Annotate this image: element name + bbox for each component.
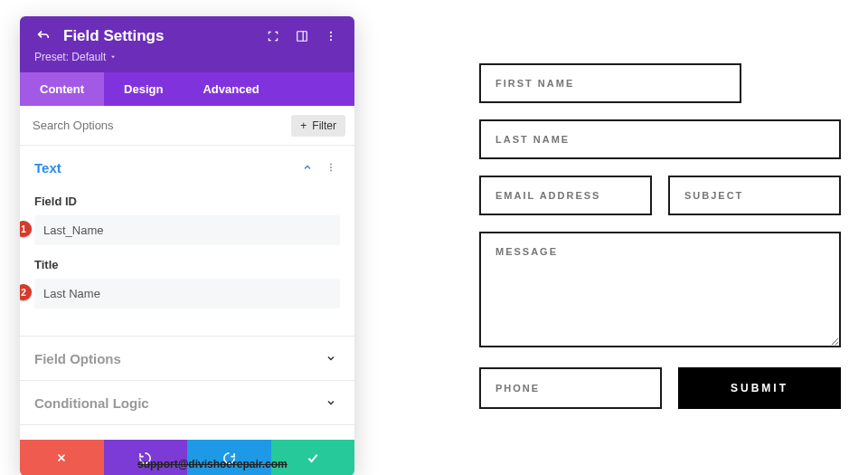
field-settings-panel: Field Settings Preset: Default Content D… (20, 16, 354, 475)
section-text-body: Field ID 1 Title 2 (20, 195, 354, 336)
cancel-button[interactable] (20, 440, 104, 475)
badge-2: 2 (20, 284, 32, 300)
chevron-down-icon (322, 394, 340, 412)
section-conditional-logic-title: Conditional Logic (34, 395, 322, 411)
email-field[interactable] (479, 176, 652, 215)
panel-title: Field Settings (63, 27, 253, 45)
svg-point-4 (330, 39, 332, 41)
phone-field[interactable] (479, 367, 662, 409)
phone-submit-row: SUBMIT (479, 367, 841, 409)
section-field-options-title: Field Options (34, 351, 322, 366)
section-more-icon[interactable] (322, 158, 340, 176)
last-name-field[interactable] (479, 119, 841, 159)
field-id-label: Field ID (34, 195, 340, 208)
filter-button[interactable]: + Filter (291, 115, 345, 137)
panel-header: Field Settings Preset: Default (20, 16, 354, 72)
tab-advanced[interactable]: Advanced (183, 72, 278, 106)
search-input[interactable] (29, 113, 291, 138)
section-field-options: Field Options (20, 337, 354, 381)
form-preview: SUBMIT (479, 63, 841, 409)
chevron-up-icon (298, 158, 316, 176)
svg-point-7 (330, 170, 332, 172)
section-field-options-header[interactable]: Field Options (20, 337, 354, 380)
field-id-input[interactable] (34, 215, 340, 245)
section-conditional-logic-header[interactable]: Conditional Logic (20, 381, 354, 424)
first-name-field[interactable] (479, 63, 741, 103)
email-subject-row (479, 176, 841, 232)
svg-point-3 (330, 35, 332, 37)
tabs: Content Design Advanced (20, 72, 354, 106)
submit-button[interactable]: SUBMIT (678, 367, 841, 409)
filter-label: Filter (312, 119, 336, 132)
check-icon (306, 451, 320, 465)
section-text-header[interactable]: Text (20, 146, 354, 189)
svg-point-2 (330, 32, 332, 33)
plus-icon: + (300, 119, 307, 132)
close-icon (55, 451, 68, 464)
svg-rect-0 (297, 32, 307, 42)
support-text: support@divishoerepair.com (137, 458, 288, 470)
chevron-down-icon (322, 349, 340, 367)
svg-point-5 (330, 164, 332, 166)
panel-layout-icon[interactable] (293, 27, 311, 45)
panel-header-top: Field Settings (34, 27, 340, 45)
preset-selector[interactable]: Preset: Default (34, 51, 340, 63)
section-text: Text Field ID 1 Title 2 (20, 146, 354, 337)
section-conditional-logic: Conditional Logic (20, 381, 354, 425)
section-text-title: Text (34, 160, 298, 176)
search-row: + Filter (20, 106, 354, 146)
title-input[interactable] (34, 279, 340, 309)
badge-1: 1 (20, 221, 32, 237)
tab-content[interactable]: Content (20, 72, 104, 106)
message-field[interactable] (479, 232, 841, 347)
more-icon[interactable] (322, 27, 340, 45)
caret-down-icon (109, 53, 117, 61)
field-id-row: 1 (34, 215, 340, 245)
title-row: 2 (34, 279, 340, 309)
title-label: Title (34, 258, 340, 271)
focus-icon[interactable] (264, 27, 282, 45)
preset-label: Preset: Default (34, 51, 106, 63)
tab-design[interactable]: Design (104, 72, 183, 106)
svg-point-6 (330, 166, 332, 168)
back-icon[interactable] (34, 27, 52, 45)
subject-field[interactable] (668, 176, 841, 215)
